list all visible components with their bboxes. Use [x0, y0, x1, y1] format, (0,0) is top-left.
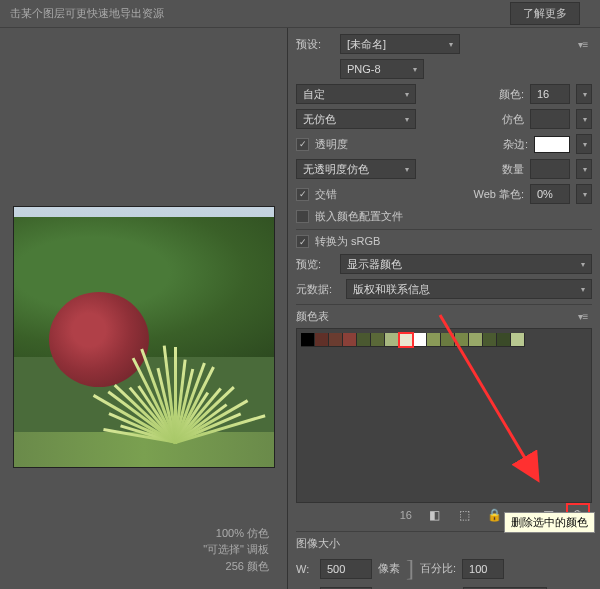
link-bracket-icon: ] — [406, 555, 414, 582]
color-count: 16 — [400, 509, 412, 521]
color-swatch[interactable] — [413, 333, 427, 347]
websnap-input[interactable]: 0% — [530, 184, 570, 204]
websnap-stepper[interactable]: ▾ — [576, 184, 592, 204]
preview-info: 100% 仿色 "可选择" 调板 256 颜色 — [0, 517, 287, 590]
color-table-title: 颜色表 — [296, 309, 329, 324]
color-swatch[interactable] — [469, 333, 483, 347]
interlace-checkbox[interactable] — [296, 188, 309, 201]
preset-dropdown[interactable]: [未命名]▾ — [340, 34, 460, 54]
color-swatch[interactable] — [427, 333, 441, 347]
percent-input[interactable]: 100 — [462, 559, 504, 579]
trans-amount-label: 数量 — [496, 162, 524, 177]
dither-dropdown[interactable]: 无仿色▾ — [296, 109, 416, 129]
color-swatch[interactable] — [357, 333, 371, 347]
dither-amount-input — [530, 109, 570, 129]
embed-profile-label: 嵌入颜色配置文件 — [315, 209, 403, 224]
color-swatch[interactable] — [511, 333, 525, 347]
lock-icon[interactable]: 🔒 — [486, 507, 502, 523]
color-swatch[interactable] — [371, 333, 385, 347]
srgb-checkbox[interactable] — [296, 235, 309, 248]
colors-label: 颜色: — [496, 87, 524, 102]
matte-colorwell[interactable] — [534, 136, 570, 153]
matte-dropdown[interactable]: ▾ — [576, 134, 592, 154]
metadata-label: 元数据: — [296, 282, 340, 297]
color-swatch[interactable] — [385, 333, 399, 347]
matte-label: 杂边: — [500, 137, 528, 152]
trans-amount-stepper: ▾ — [576, 159, 592, 179]
preview-label: 预览: — [296, 257, 334, 272]
transparency-checkbox[interactable] — [296, 138, 309, 151]
width-unit: 像素 — [378, 561, 400, 576]
color-swatch[interactable] — [343, 333, 357, 347]
shift-websafe-icon[interactable]: ⬚ — [456, 507, 472, 523]
map-transparent-icon[interactable]: ◧ — [426, 507, 442, 523]
info-dither: 100% 仿色 — [18, 525, 269, 542]
preset-flyout-icon[interactable]: ▾≡ — [574, 38, 592, 50]
color-table[interactable] — [296, 328, 592, 503]
width-input[interactable]: 500 — [320, 559, 372, 579]
interlace-label: 交错 — [315, 187, 337, 202]
srgb-label: 转换为 sRGB — [315, 234, 380, 249]
dither-amount-stepper: ▾ — [576, 109, 592, 129]
info-palette: "可选择" 调板 — [18, 541, 269, 558]
learn-more-button[interactable]: 了解更多 — [510, 2, 580, 25]
preview-image — [13, 206, 275, 468]
color-swatch[interactable] — [497, 333, 511, 347]
color-swatch[interactable] — [301, 333, 315, 347]
colors-input[interactable]: 16 — [530, 84, 570, 104]
color-table-flyout-icon[interactable]: ▾≡ — [574, 311, 592, 323]
dither-amount-label: 仿色 — [496, 112, 524, 127]
websnap-label: Web 靠色: — [468, 187, 524, 202]
colors-stepper[interactable]: ▾ — [576, 84, 592, 104]
format-dropdown[interactable]: PNG-8▾ — [340, 59, 424, 79]
color-swatch[interactable] — [441, 333, 455, 347]
trans-dither-dropdown[interactable]: 无透明度仿色▾ — [296, 159, 416, 179]
preview-dropdown[interactable]: 显示器颜色▾ — [340, 254, 592, 274]
metadata-dropdown[interactable]: 版权和联系信息▾ — [346, 279, 592, 299]
tip-message: 击某个图层可更快速地导出资源 — [10, 6, 164, 21]
image-size-title: 图像大小 — [296, 536, 340, 551]
color-swatch[interactable] — [399, 333, 413, 347]
transparency-label: 透明度 — [315, 137, 348, 152]
info-colors: 256 颜色 — [18, 558, 269, 575]
percent-label: 百分比: — [420, 561, 456, 576]
color-swatch[interactable] — [329, 333, 343, 347]
preview-canvas — [0, 28, 287, 517]
color-swatch[interactable] — [483, 333, 497, 347]
embed-profile-checkbox[interactable] — [296, 210, 309, 223]
preset-label: 预设: — [296, 37, 334, 52]
trans-amount-input — [530, 159, 570, 179]
color-swatch[interactable] — [315, 333, 329, 347]
color-swatch[interactable] — [455, 333, 469, 347]
trash-tooltip: 删除选中的颜色 — [504, 512, 595, 533]
width-label: W: — [296, 563, 314, 575]
reduction-dropdown[interactable]: 自定▾ — [296, 84, 416, 104]
